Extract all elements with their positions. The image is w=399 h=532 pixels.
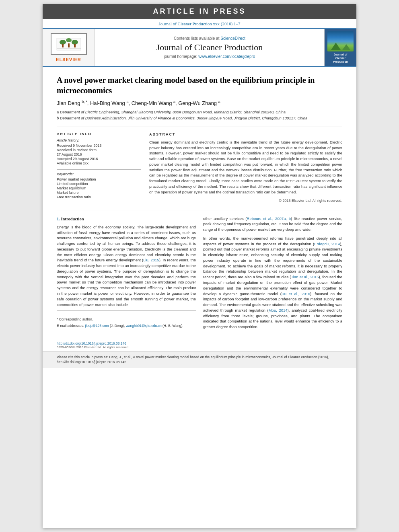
copyright-text: © 2016 Elsevier Ltd. All rights reserved… bbox=[149, 198, 342, 203]
available-online: Available online xxx bbox=[57, 161, 141, 165]
abstract-column: ABSTRACT Clean energy dominant and elect… bbox=[149, 132, 342, 203]
footer-citation: Please cite this article in press as: De… bbox=[43, 351, 356, 368]
received-date: Received 9 November 2015 bbox=[57, 144, 141, 148]
keyword-3: Market equilibrium bbox=[57, 186, 141, 190]
article-title: A novel power market clearing model base… bbox=[57, 75, 342, 96]
page: ARTICLE IN PRESS Journal of Cleaner Prod… bbox=[43, 4, 356, 528]
keywords-section: Keywords: Power market regulation Limite… bbox=[57, 169, 141, 199]
bottom-info: http://dx.doi.org/10.1016/j.jclepro.2016… bbox=[43, 339, 356, 351]
info-abstract-section: ARTICLE INFO Article history: Received 9… bbox=[57, 127, 342, 203]
keywords-label: Keywords: bbox=[57, 172, 141, 176]
email-1-link[interactable]: jledp@126.com bbox=[85, 324, 109, 328]
elsevier-tree-logo bbox=[55, 36, 83, 52]
keyword-5: Free transaction ratio bbox=[57, 195, 141, 199]
footnotes-section: * Corresponding author. E-mail addresses… bbox=[57, 310, 196, 328]
article-info-heading: ARTICLE INFO bbox=[57, 132, 141, 136]
section-1-title: 1. Introduction bbox=[57, 216, 196, 222]
intro-paragraph-right-2: In other words, the market-oriented refo… bbox=[203, 236, 342, 330]
contents-available-label: Contents lists available at ScienceDirec… bbox=[174, 36, 245, 41]
svg-point-2 bbox=[66, 38, 72, 42]
email-label: E-mail addresses: bbox=[57, 324, 84, 328]
mou-link[interactable]: Mou, 2014 bbox=[269, 308, 288, 312]
cleaner-production-box: Journal ofCleanerProduction bbox=[327, 31, 354, 64]
revised-date: 27 August 2016 bbox=[57, 152, 141, 156]
footnote-divider bbox=[57, 315, 196, 315]
affiliation-b: b Department of Business Administration,… bbox=[57, 115, 342, 121]
erdogdu-link[interactable]: Erdogdu, 2014 bbox=[314, 242, 340, 246]
section-1-name: Introduction bbox=[61, 217, 84, 221]
doi-line: http://dx.doi.org/10.1016/j.jclepro.2016… bbox=[57, 341, 342, 345]
revised-label: Received in revised form bbox=[57, 148, 141, 152]
doi-link[interactable]: http://dx.doi.org/10.1016/j.jclepro.2016… bbox=[57, 341, 126, 345]
footnote-corresponding: * Corresponding author. bbox=[57, 317, 196, 322]
journal-title-header: Journal of Cleaner Production bbox=[156, 42, 263, 53]
journal-header: ELSEVIER Contents lists available at Sci… bbox=[43, 28, 356, 67]
svg-point-3 bbox=[72, 40, 78, 45]
body-separator bbox=[57, 210, 342, 210]
science-direct-link[interactable]: ScienceDirect bbox=[220, 36, 245, 41]
svg-rect-6 bbox=[74, 44, 76, 47]
abstract-text: Clean energy dominant and electricity ce… bbox=[149, 140, 342, 195]
elsevier-brand-text: ELSEVIER bbox=[56, 57, 81, 62]
email-2-link[interactable]: wanghb91@sjtu.edu.cn bbox=[126, 324, 162, 328]
abstract-heading: ABSTRACT bbox=[149, 132, 342, 137]
liu-2015-link[interactable]: Liu, 2015 bbox=[143, 258, 159, 262]
tian-link[interactable]: Tian et al., 2015 bbox=[291, 275, 319, 279]
rebours-link[interactable]: Rebours et al., 2007a, b bbox=[247, 216, 291, 221]
authors-line: Jian Deng b, *, Hai-Bing Wang a, Cheng-M… bbox=[57, 100, 342, 106]
body-text-section: 1. Introduction Energy is the blood of t… bbox=[57, 216, 342, 333]
affiliation-a: a Department of Electric Engineering, Sh… bbox=[57, 109, 342, 115]
history-label: Article history: bbox=[57, 138, 141, 142]
section-1-num: 1. bbox=[57, 217, 60, 221]
email-2-name: (H.-B. Wang). bbox=[162, 324, 183, 328]
du-link[interactable]: Du et al., 2016 bbox=[282, 292, 310, 296]
journal-homepage-link[interactable]: www.elsevier.com/locate/jclepro bbox=[198, 54, 255, 59]
body-column-right: other ancillary services (Rebours et al.… bbox=[203, 216, 342, 333]
accepted-date: Accepted 29 August 2016 bbox=[57, 157, 141, 161]
main-content: A novel power market clearing model base… bbox=[43, 67, 356, 339]
article-in-press-text: ARTICLE IN PRESS bbox=[153, 7, 246, 15]
keyword-2: Limited competition bbox=[57, 182, 141, 186]
keyword-1: Power market regulation bbox=[57, 177, 141, 181]
journal-ref-text: Journal of Cleaner Production xxx (2016)… bbox=[159, 21, 241, 26]
journal-ref-line: Journal of Cleaner Production xxx (2016)… bbox=[43, 19, 356, 28]
elsevier-logo-box bbox=[51, 33, 87, 55]
footnote-emails: E-mail addresses: jledp@126.com (J. Deng… bbox=[57, 323, 196, 328]
article-info-column: ARTICLE INFO Article history: Received 9… bbox=[57, 132, 141, 203]
journal-homepage: journal homepage: www.elsevier.com/locat… bbox=[164, 54, 255, 59]
cleaner-production-logo: Journal ofCleanerProduction bbox=[324, 29, 356, 66]
svg-rect-4 bbox=[62, 44, 64, 47]
intro-paragraph-right-1: other ancillary services (Rebours et al.… bbox=[203, 216, 342, 232]
affiliations: a Department of Electric Engineering, Sh… bbox=[57, 109, 342, 121]
email-1-name: (J. Deng), bbox=[110, 324, 125, 328]
keyword-4: Market failure bbox=[57, 191, 141, 195]
body-column-left: 1. Introduction Energy is the blood of t… bbox=[57, 216, 196, 333]
intro-paragraph-1: Energy is the blood of the economy socie… bbox=[57, 224, 196, 307]
journal-title-area: Contents lists available at ScienceDirec… bbox=[95, 29, 324, 66]
svg-rect-5 bbox=[68, 43, 70, 47]
footer-citation-text: Please cite this article in press as: De… bbox=[57, 355, 329, 364]
elsevier-logo-area: ELSEVIER bbox=[43, 29, 95, 66]
svg-point-1 bbox=[60, 40, 66, 45]
issn-line: 0959-6526/© 2016 Elsevier Ltd. All right… bbox=[57, 345, 342, 349]
article-in-press-banner: ARTICLE IN PRESS bbox=[43, 4, 356, 19]
